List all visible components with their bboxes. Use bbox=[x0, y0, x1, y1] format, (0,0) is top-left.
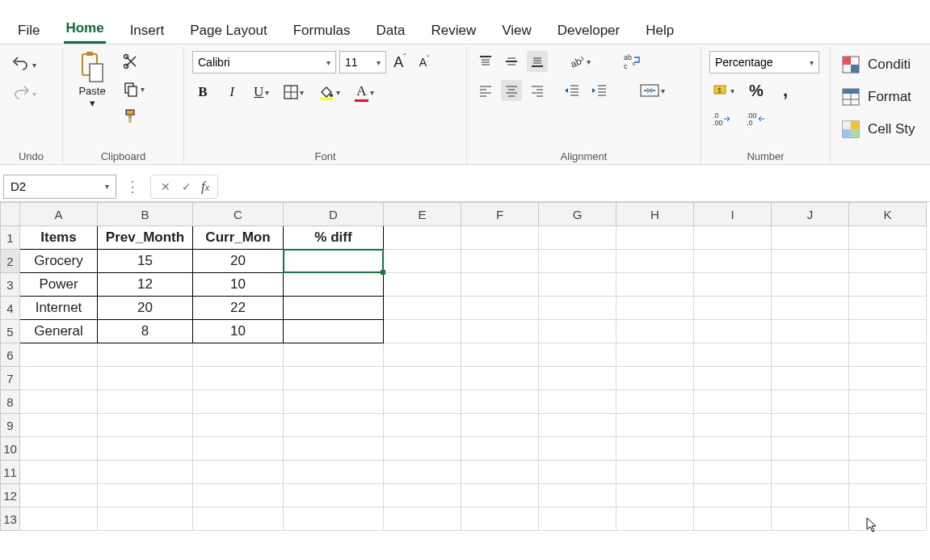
align-right-button[interactable] bbox=[527, 80, 548, 101]
undo-button[interactable]: ▾ bbox=[8, 54, 40, 75]
cell[interactable] bbox=[694, 226, 772, 250]
cell[interactable] bbox=[616, 226, 694, 250]
cell[interactable] bbox=[616, 507, 694, 531]
cell[interactable] bbox=[539, 507, 616, 531]
cell[interactable]: 15 bbox=[98, 250, 193, 273]
cell[interactable]: 22 bbox=[193, 297, 284, 320]
decrease-indent-button[interactable] bbox=[561, 80, 583, 101]
cell[interactable] bbox=[193, 461, 284, 484]
cell[interactable] bbox=[539, 343, 616, 367]
paste-button[interactable]: Paste ▾ bbox=[71, 51, 113, 109]
cell[interactable] bbox=[98, 343, 193, 367]
shrink-font-button[interactable]: Aˇ bbox=[414, 52, 435, 73]
cell[interactable] bbox=[616, 461, 694, 484]
row-header[interactable]: 7 bbox=[1, 367, 20, 390]
menu-page-layout[interactable]: Page Layout bbox=[188, 18, 268, 44]
cell[interactable] bbox=[694, 484, 772, 507]
number-format-combo[interactable]: ▾ bbox=[709, 51, 819, 74]
comma-style-button[interactable]: , bbox=[775, 80, 796, 101]
cell[interactable] bbox=[616, 297, 694, 320]
cell[interactable] bbox=[849, 297, 927, 320]
cell[interactable]: Curr_Mon bbox=[193, 226, 284, 250]
align-middle-button[interactable] bbox=[501, 51, 522, 72]
cell-styles-button[interactable]: Cell Sty bbox=[839, 117, 919, 141]
chevron-down-icon[interactable]: ▾ bbox=[322, 58, 335, 67]
cell[interactable]: 8 bbox=[98, 320, 193, 343]
row-header[interactable]: 2 bbox=[1, 250, 20, 273]
cell[interactable] bbox=[98, 414, 193, 437]
cell[interactable] bbox=[284, 437, 384, 461]
row-header[interactable]: 8 bbox=[1, 390, 20, 414]
name-box[interactable]: ▾ bbox=[3, 175, 116, 199]
cell[interactable] bbox=[20, 484, 98, 507]
menu-file[interactable]: File bbox=[16, 18, 41, 44]
cell[interactable] bbox=[461, 484, 539, 507]
cell[interactable]: Power bbox=[20, 273, 98, 297]
enter-formula-button[interactable]: ✓ bbox=[177, 177, 196, 196]
conditional-formatting-button[interactable]: Conditi bbox=[839, 53, 914, 77]
accounting-format-button[interactable]: $▾ bbox=[709, 80, 738, 101]
cell[interactable] bbox=[20, 390, 98, 414]
cell[interactable] bbox=[849, 507, 927, 531]
cell[interactable] bbox=[539, 414, 616, 437]
cell[interactable] bbox=[384, 273, 461, 297]
cell[interactable] bbox=[694, 320, 772, 343]
cell[interactable] bbox=[20, 343, 98, 367]
cell[interactable] bbox=[284, 390, 384, 414]
cell[interactable] bbox=[20, 461, 98, 484]
cell[interactable] bbox=[849, 461, 927, 484]
row-header[interactable]: 12 bbox=[1, 484, 20, 507]
align-center-button[interactable] bbox=[501, 80, 522, 101]
cell[interactable] bbox=[849, 437, 927, 461]
cell[interactable]: % diff bbox=[284, 226, 384, 250]
cell[interactable] bbox=[461, 226, 539, 250]
cell[interactable] bbox=[772, 273, 849, 297]
cell[interactable] bbox=[772, 250, 849, 273]
cell[interactable] bbox=[694, 273, 772, 297]
cell[interactable] bbox=[384, 250, 461, 273]
chevron-down-icon[interactable]: ▾ bbox=[99, 182, 116, 191]
cell[interactable] bbox=[616, 250, 694, 273]
formula-input[interactable] bbox=[218, 175, 930, 199]
cell[interactable] bbox=[539, 367, 616, 390]
cell[interactable] bbox=[384, 414, 461, 437]
cell[interactable] bbox=[849, 484, 927, 507]
cell[interactable] bbox=[461, 297, 539, 320]
cell[interactable]: Internet bbox=[20, 297, 98, 320]
cell[interactable] bbox=[20, 507, 98, 531]
row-header[interactable]: 9 bbox=[1, 414, 20, 437]
grow-font-button[interactable]: Aˆ bbox=[389, 52, 410, 73]
row-header[interactable]: 3 bbox=[1, 273, 20, 297]
wrap-text-button[interactable]: abc bbox=[620, 51, 646, 72]
cell[interactable] bbox=[20, 414, 98, 437]
increase-decimal-button[interactable]: .0.00 bbox=[709, 107, 735, 128]
cell[interactable] bbox=[539, 437, 616, 461]
menu-review[interactable]: Review bbox=[429, 18, 478, 44]
cell[interactable] bbox=[772, 320, 849, 343]
cell[interactable] bbox=[849, 273, 927, 297]
borders-button[interactable]: ▾ bbox=[280, 82, 307, 103]
cell[interactable] bbox=[284, 414, 384, 437]
cell[interactable] bbox=[616, 484, 694, 507]
cell[interactable] bbox=[461, 414, 539, 437]
redo-button[interactable]: ▾ bbox=[8, 83, 40, 104]
row-header[interactable]: 4 bbox=[1, 297, 20, 320]
cell[interactable] bbox=[98, 367, 193, 390]
menu-developer[interactable]: Developer bbox=[556, 18, 622, 44]
format-as-table-button[interactable]: Format bbox=[839, 85, 915, 109]
decrease-decimal-button[interactable]: .00.0 bbox=[743, 107, 769, 128]
column-header[interactable]: B bbox=[98, 203, 193, 226]
cell[interactable] bbox=[539, 484, 616, 507]
italic-button[interactable]: I bbox=[221, 82, 242, 103]
cell[interactable] bbox=[193, 507, 284, 531]
align-bottom-button[interactable] bbox=[527, 51, 548, 72]
cell[interactable] bbox=[193, 414, 284, 437]
cell[interactable] bbox=[539, 250, 616, 273]
cell[interactable] bbox=[772, 414, 849, 437]
column-header[interactable]: J bbox=[772, 203, 849, 226]
align-left-button[interactable] bbox=[475, 80, 496, 101]
cell[interactable]: 12 bbox=[98, 273, 193, 297]
menu-view[interactable]: View bbox=[500, 18, 533, 44]
copy-button[interactable]: ▾ bbox=[120, 78, 148, 99]
cell[interactable] bbox=[98, 484, 193, 507]
